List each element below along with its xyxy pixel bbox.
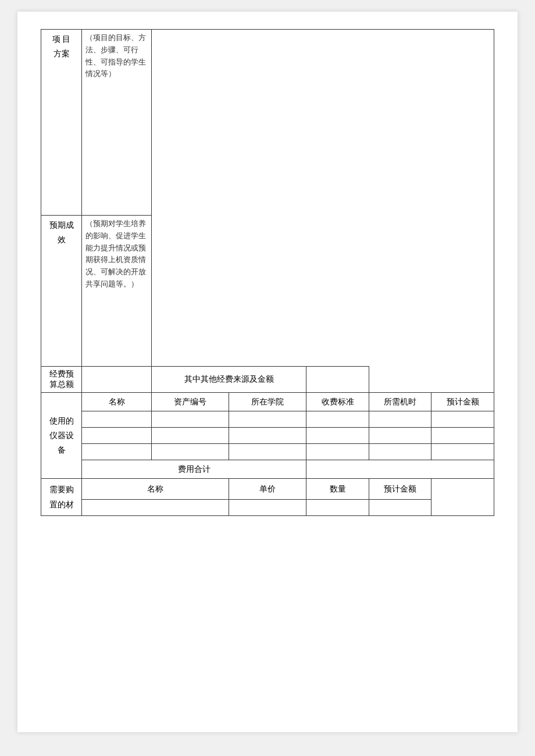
purchase-section-label: 需要购 置的材 [41,479,82,516]
purchase-row1-unit-price[interactable] [229,500,306,516]
budget-total-value[interactable] [82,367,152,393]
eq-row1-college[interactable] [229,411,306,428]
equipment-data-row-2 [41,428,494,444]
subtotal-label: 费用合计 [82,460,306,479]
eq-row2-hours[interactable] [369,428,431,444]
subtotal-row: 费用合计 [41,460,494,479]
eq-row3-college[interactable] [229,444,306,460]
eq-row1-asset[interactable] [152,411,229,428]
equipment-col-college: 所在学院 [229,393,306,411]
eq-row1-name[interactable] [82,411,152,428]
subtotal-value[interactable] [306,460,494,479]
purchase-row1-quantity[interactable] [306,500,369,516]
equipment-data-row-1 [41,411,494,428]
eq-row3-asset[interactable] [152,444,229,460]
project-plan-row: 项 目 方案 （项目的目标、方法、步骤、可行性、可指导的学生情况等） [41,30,494,216]
purchase-data-row-1 [41,500,494,516]
eq-row3-amount[interactable] [431,444,494,460]
eq-row2-college[interactable] [229,428,306,444]
equipment-col-asset-no: 资产编号 [152,393,229,411]
eq-row3-name[interactable] [82,444,152,460]
project-plan-content[interactable]: （项目的目标、方法、步骤、可行性、可指导的学生情况等） [82,30,152,216]
equipment-col-fee-std: 收费标准 [306,393,369,411]
equipment-col-name: 名称 [82,393,152,411]
main-table: 项 目 方案 （项目的目标、方法、步骤、可行性、可指导的学生情况等） 预期成 效… [41,29,494,516]
eq-row2-fee[interactable] [306,428,369,444]
purchase-col-quantity: 数量 [306,479,369,500]
purchase-col-estimated: 预计金额 [369,479,431,500]
budget-total-label: 经费预算总额 [41,367,82,393]
eq-row1-hours[interactable] [369,411,431,428]
project-plan-label: 项 目 方案 [41,30,82,216]
expected-outcome-content[interactable]: （预期对学生培养的影响、促进学生能力提升情况或预期获得上机资质情况、可解决的开放… [82,216,152,367]
equipment-section-label: 使用的 仪器设 备 [41,393,82,479]
equipment-header-row: 使用的 仪器设 备 名称 资产编号 所在学院 收费标准 所需机时 预计金额 [41,393,494,411]
eq-row2-amount[interactable] [431,428,494,444]
project-plan-hint: （项目的目标、方法、步骤、可行性、可指导的学生情况等） [85,33,146,78]
purchase-row1-name[interactable] [82,500,229,516]
equipment-col-estimated-amount: 预计金额 [431,393,494,411]
purchase-col-unit-price: 单价 [229,479,306,500]
eq-row1-amount[interactable] [431,411,494,428]
page: 项 目 方案 （项目的目标、方法、步骤、可行性、可指导的学生情况等） 预期成 效… [17,12,518,732]
budget-total-row: 经费预算总额 其中其他经费来源及金额 [41,367,494,393]
expected-outcome-hint: （预期对学生培养的影响、促进学生能力提升情况或预期获得上机资质情况、可解决的开放… [85,219,146,288]
purchase-header-row: 需要购 置的材 名称 单价 数量 预计金额 [41,479,494,500]
equipment-col-machine-hours: 所需机时 [369,393,431,411]
expected-outcome-row: 预期成 效 （预期对学生培养的影响、促进学生能力提升情况或预期获得上机资质情况、… [41,216,494,367]
eq-row3-hours[interactable] [369,444,431,460]
eq-row2-name[interactable] [82,428,152,444]
budget-other-sources-label: 其中其他经费来源及金额 [152,367,306,393]
purchase-col-name: 名称 [82,479,229,500]
equipment-data-row-3 [41,444,494,460]
expected-outcome-label: 预期成 效 [41,216,82,367]
eq-row1-fee[interactable] [306,411,369,428]
purchase-row1-amount[interactable] [369,500,431,516]
eq-row3-fee[interactable] [306,444,369,460]
eq-row2-asset[interactable] [152,428,229,444]
budget-other-sources-value[interactable] [306,367,369,393]
